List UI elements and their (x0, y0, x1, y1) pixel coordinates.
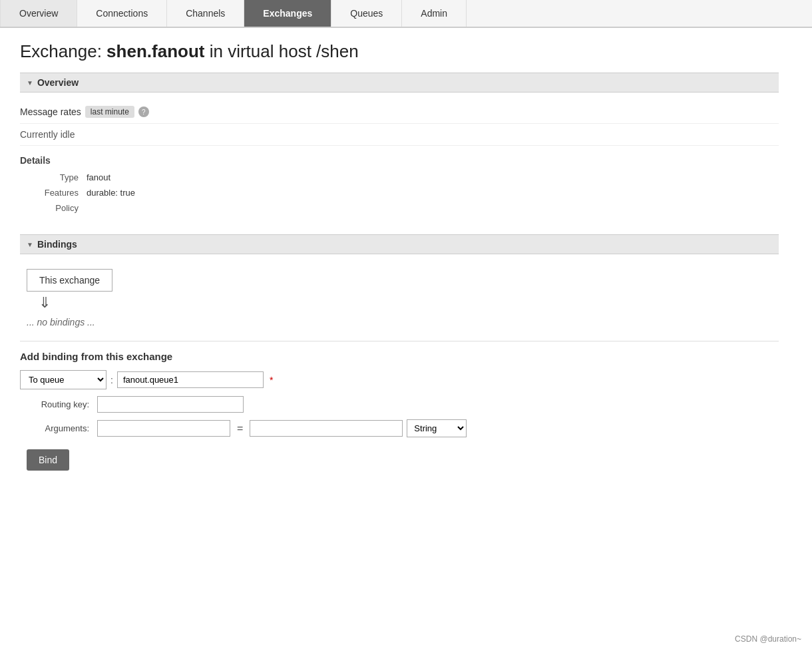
currently-idle-text: Currently idle (20, 129, 75, 140)
bind-button[interactable]: Bind (27, 449, 69, 471)
details-label: Details (20, 151, 779, 170)
to-queue-row: To queue To exchange : * (20, 370, 779, 389)
arguments-row: Arguments: = String Number Boolean List (20, 419, 779, 437)
overview-section-header[interactable]: ▼ Overview (20, 73, 779, 93)
title-suffix: in virtual host /shen (210, 41, 359, 61)
page-title: Exchange: shen.fanout in virtual host /s… (20, 41, 779, 62)
exchange-name: shen.fanout (106, 41, 204, 61)
top-nav: Overview Connections Channels Exchanges … (0, 0, 812, 28)
idle-row: Currently idle (20, 124, 779, 146)
queue-name-input[interactable] (117, 371, 264, 388)
details-table: Type fanout Features durable: true Polic… (27, 170, 779, 216)
routing-key-input[interactable] (97, 396, 244, 413)
bindings-section: This exchange ⇓ ... no bindings ... (20, 262, 779, 327)
main-content: Exchange: shen.fanout in virtual host /s… (0, 28, 799, 484)
arg-type-select[interactable]: String Number Boolean List (407, 419, 467, 437)
routing-key-row: Routing key: (20, 396, 779, 413)
features-val: durable: true (87, 188, 135, 198)
nav-connections[interactable]: Connections (77, 0, 167, 27)
policy-key: Policy (27, 203, 87, 213)
arg-key-input[interactable] (97, 420, 230, 437)
message-rates-label: Message rates (20, 107, 81, 117)
overview-section-label: Overview (37, 77, 79, 88)
down-arrow-icon: ⇓ (39, 296, 779, 310)
arguments-label: Arguments: (20, 423, 93, 433)
type-key: Type (27, 172, 87, 182)
add-binding-title: Add binding from this exchange (20, 351, 779, 362)
policy-row: Policy (27, 200, 779, 216)
bindings-collapse-icon: ▼ (27, 241, 33, 248)
add-binding-section: Add binding from this exchange To queue … (20, 351, 779, 471)
nav-overview[interactable]: Overview (0, 0, 77, 27)
arg-val-input[interactable] (250, 420, 403, 437)
last-minute-badge[interactable]: last minute (85, 106, 134, 118)
colon-separator: : (110, 375, 113, 385)
nav-exchanges[interactable]: Exchanges (244, 0, 331, 27)
details-section: Details Type fanout Features durable: tr… (20, 146, 779, 221)
bindings-section-label: Bindings (37, 239, 77, 250)
bindings-section-header[interactable]: ▼ Bindings (20, 234, 779, 254)
nav-admin[interactable]: Admin (402, 0, 467, 27)
type-val: fanout (87, 172, 110, 182)
no-bindings-text: ... no bindings ... (27, 317, 779, 327)
help-icon[interactable]: ? (138, 107, 149, 117)
divider (20, 341, 779, 341)
nav-channels[interactable]: Channels (167, 0, 244, 27)
required-star: * (270, 375, 273, 385)
title-prefix: Exchange: (20, 41, 102, 61)
type-row: Type fanout (27, 170, 779, 185)
features-row: Features durable: true (27, 185, 779, 200)
overview-collapse-icon: ▼ (27, 79, 33, 87)
to-queue-select[interactable]: To queue To exchange (20, 370, 106, 389)
message-rates-row: Message rates last minute ? (20, 101, 779, 124)
routing-key-label: Routing key: (20, 399, 93, 409)
nav-queues[interactable]: Queues (331, 0, 402, 27)
this-exchange-box: This exchange (27, 269, 112, 292)
overview-section: Message rates last minute ? Currently id… (20, 101, 779, 221)
features-key: Features (27, 188, 87, 198)
equals-sign: = (234, 423, 246, 435)
